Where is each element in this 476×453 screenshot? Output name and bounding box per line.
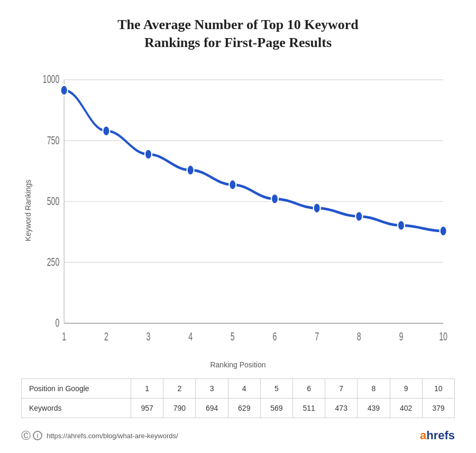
keyword-cell: 790 [163,399,196,418]
keyword-cell: 511 [293,399,325,418]
svg-point-30 [398,220,405,230]
svg-text:250: 250 [47,256,60,269]
svg-point-26 [229,179,236,190]
cc-icon: Ⓒ [21,429,31,442]
svg-text:4: 4 [188,330,193,343]
footer-left: Ⓒ i https://ahrefs.com/blog/what-are-key… [21,429,178,442]
license-icons: Ⓒ i [21,429,42,442]
svg-point-22 [61,85,68,95]
svg-text:3: 3 [147,330,151,343]
svg-point-23 [103,125,109,136]
position-label: Position in Google [22,379,131,399]
position-cell: 6 [293,379,325,399]
svg-point-29 [355,211,362,221]
keyword-cell: 629 [228,399,260,418]
svg-text:6: 6 [273,330,277,343]
svg-text:1: 1 [62,330,66,343]
data-table: Position in Google12345678910Keywords957… [21,378,455,418]
svg-text:9: 9 [399,330,403,343]
keyword-cell: 569 [260,399,292,418]
keyword-cell: 957 [131,399,163,418]
line-chart: 0250500750100012345678910 [32,62,455,358]
logo-a: a [420,429,426,442]
position-cell: 8 [358,379,390,399]
y-axis-label: Keyword Rankings [21,62,32,358]
keyword-cell: 473 [325,399,358,418]
chart-inner: 0250500750100012345678910 [32,62,455,358]
footer: Ⓒ i https://ahrefs.com/blog/what-are-key… [21,426,455,442]
table-row-keywords: Keywords957790694629569511473439402379 [22,399,455,418]
svg-text:8: 8 [357,330,361,343]
position-cell: 2 [163,379,196,399]
keyword-cell: 439 [358,399,390,418]
footer-url: https://ahrefs.com/blog/what-are-keyword… [47,432,178,440]
position-cell: 3 [196,379,228,399]
position-cell: 10 [422,379,454,399]
position-cell: 4 [228,379,260,399]
svg-text:500: 500 [47,195,60,208]
svg-text:1000: 1000 [43,73,60,86]
main-container: The Average Number of Top 10 Keyword Ran… [0,0,476,453]
position-cell: 5 [260,379,292,399]
position-cell: 9 [390,379,422,399]
svg-text:750: 750 [47,134,60,146]
logo-hrefs: hrefs [426,429,455,442]
svg-text:10: 10 [439,330,447,343]
svg-text:5: 5 [231,330,235,343]
svg-point-27 [271,193,278,204]
svg-point-24 [145,149,152,160]
info-icon: i [33,431,42,440]
keywords-label: Keywords [22,399,131,418]
chart-title: The Average Number of Top 10 Keyword Ran… [21,16,455,52]
svg-point-28 [314,202,321,213]
chart-with-axes: Keyword Rankings 02505007501000123456789… [21,62,455,358]
svg-point-25 [187,165,194,175]
keyword-cell: 402 [390,399,422,418]
position-cell: 7 [325,379,358,399]
svg-text:2: 2 [104,330,108,343]
svg-text:7: 7 [315,330,319,343]
svg-text:0: 0 [56,317,60,329]
keyword-cell: 379 [422,399,454,418]
ahrefs-logo: ahrefs [420,429,455,442]
keyword-cell: 694 [196,399,228,418]
position-cell: 1 [131,379,163,399]
svg-point-31 [440,226,447,236]
chart-area: Keyword Rankings 02505007501000123456789… [21,62,455,369]
x-axis-label: Ranking Position [21,360,455,369]
table-row-position: Position in Google12345678910 [22,379,455,399]
